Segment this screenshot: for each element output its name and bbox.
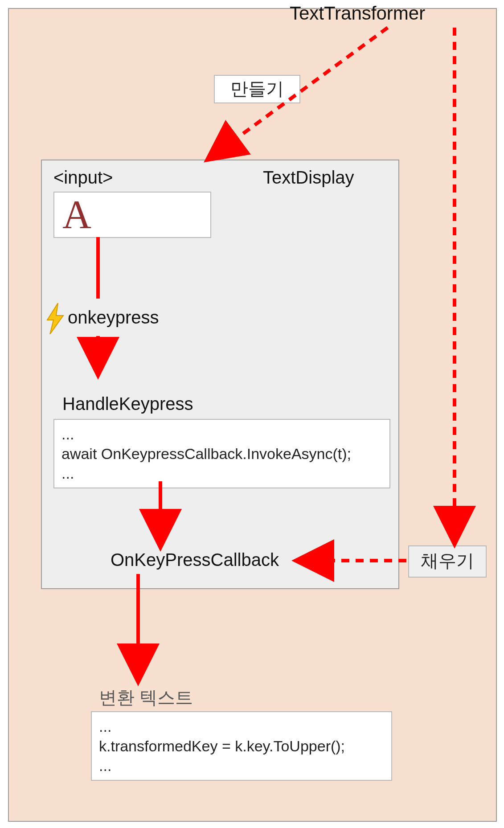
- lightning-icon: [45, 303, 66, 334]
- code-line: ...: [61, 463, 382, 483]
- svg-marker-0: [47, 303, 63, 334]
- input-tag-label: <input>: [53, 168, 113, 188]
- transform-code: ... k.transformedKey = k.key.ToUpper(); …: [91, 711, 392, 781]
- onkeypress-callback-label: OnKeyPressCallback: [111, 550, 279, 570]
- create-tag: 만들기: [214, 75, 300, 103]
- code-line: ...: [61, 424, 382, 444]
- diagram-canvas: TextTransformer 만들기 <input> TextDisplay …: [0, 0, 504, 828]
- code-line: ...: [99, 717, 384, 736]
- code-line: ...: [99, 756, 384, 775]
- text-display-label: TextDisplay: [263, 168, 354, 188]
- input-sample: A: [53, 192, 211, 238]
- fill-tag: 채우기: [408, 545, 487, 578]
- text-transformer-title: TextTransformer: [290, 3, 425, 24]
- onkeypress-label: onkeypress: [68, 307, 159, 328]
- input-sample-value: A: [54, 193, 91, 237]
- handle-keypress-label: HandleKeypress: [62, 394, 193, 414]
- handle-keypress-code: ... await OnKeypressCallback.InvokeAsync…: [53, 419, 390, 488]
- code-line: await OnKeypressCallback.InvokeAsync(t);: [61, 444, 382, 463]
- transform-heading: 변환 텍스트: [99, 685, 193, 710]
- code-line: k.transformedKey = k.key.ToUpper();: [99, 736, 384, 756]
